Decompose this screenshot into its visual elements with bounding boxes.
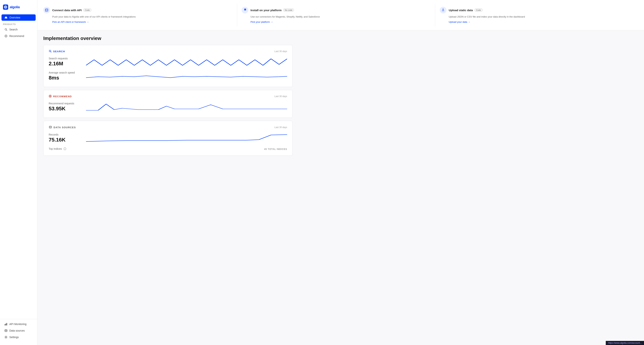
datasources-section-icon (49, 125, 52, 129)
settings-label: Settings (9, 336, 19, 339)
svg-text:i: i (65, 148, 65, 150)
svg-point-3 (6, 36, 6, 37)
sidebar-navigation: Overview PRODUCTS Search Recommend (0, 14, 37, 319)
home-icon (4, 16, 8, 19)
search-period: Last 30 days (274, 50, 287, 53)
main-inner: Implementation overview SEARCH Last 30 d… (37, 36, 298, 165)
install-platform-badge: No code (283, 9, 294, 12)
avg-speed-chart (86, 71, 287, 82)
avg-search-speed-label: Average search speed (49, 71, 86, 74)
bottom-status-bar: https://www.algolia.com/account... (606, 341, 644, 345)
search-nav-icon (4, 28, 8, 31)
upload-data-link[interactable]: Upload your data → (440, 21, 634, 23)
bar-chart-icon (4, 322, 8, 325)
connect-api-title: Connect data with API (52, 9, 82, 12)
datasources-period: Last 30 days (274, 126, 287, 129)
records-value: 75.16K (49, 137, 86, 143)
search-requests-label: Search requests (49, 57, 86, 60)
search-section-name: SEARCH (49, 50, 65, 53)
install-platform-link[interactable]: Pick your platform → (242, 21, 431, 23)
sidebar-item-search[interactable]: Search (2, 26, 36, 33)
svg-point-12 (50, 96, 51, 97)
svg-point-13 (49, 95, 52, 97)
products-section-label: PRODUCTS (0, 21, 37, 26)
svg-point-10 (45, 9, 48, 10)
svg-rect-6 (6, 323, 6, 325)
recommend-nav-label: Recommend (9, 35, 24, 38)
upload-data-badge: Code (474, 9, 483, 12)
sidebar-item-overview[interactable]: Overview (2, 14, 36, 21)
logo: algolia (0, 3, 37, 14)
search-impl-card: SEARCH Last 30 days Search requests 2.16… (43, 45, 292, 87)
install-platform-desc: Use our connectors for Magento, Shopify,… (242, 15, 431, 19)
svg-point-8 (5, 329, 7, 330)
top-indices-label: Top Indices (49, 147, 62, 150)
records-label: Records (49, 133, 86, 136)
connect-api-card: Connect data with API Code Push your dat… (43, 4, 237, 26)
database-icon (4, 329, 8, 332)
puzzle-icon (243, 8, 247, 12)
upload-icon (441, 8, 445, 12)
recommend-requests-chart (86, 102, 287, 113)
svg-point-9 (6, 337, 6, 338)
sidebar-item-recommend[interactable]: Recommend (2, 33, 36, 39)
search-section-icon (49, 50, 52, 53)
install-platform-card: Install on your platform No code Use our… (242, 4, 436, 26)
top-cards-section: Connect data with API Code Push your dat… (37, 0, 644, 30)
upload-data-icon-circle (440, 7, 446, 14)
section-title: Implementation overview (43, 36, 292, 41)
sidebar: algolia Overview PRODUCTS Search (0, 0, 37, 345)
search-requests-value: 2.16M (49, 61, 86, 67)
overview-label: Overview (9, 16, 20, 19)
recommend-section-icon (49, 95, 52, 98)
recommend-impl-card: RECOMMEND Last 30 days Recommend request… (43, 90, 292, 118)
connect-api-desc: Push your data to Algolia with one of ou… (43, 15, 232, 19)
datasources-section-name: Data sources (49, 125, 76, 129)
brand-name: algolia (10, 5, 20, 9)
sidebar-item-settings[interactable]: Settings (2, 334, 36, 340)
install-platform-title: Install on your platform (250, 9, 282, 12)
svg-rect-7 (6, 323, 7, 325)
svg-point-14 (49, 126, 52, 127)
avg-search-speed-value: 8ms (49, 75, 86, 81)
upload-data-title: Upload static data (449, 9, 473, 12)
svg-rect-5 (5, 324, 5, 325)
info-icon: i (64, 147, 66, 151)
gear-icon (4, 336, 8, 339)
recommend-nav-icon (4, 35, 8, 38)
records-chart (86, 133, 287, 144)
search-nav-label: Search (9, 28, 18, 31)
recommend-requests-value: 53.95K (49, 106, 86, 112)
sidebar-item-api-monitoring[interactable]: API Monitoring (2, 321, 36, 327)
install-platform-icon-circle (242, 7, 248, 14)
connect-api-icon-circle (43, 7, 50, 14)
data-sources-label: Data sources (9, 329, 25, 332)
datasources-impl-card: Data sources Last 30 days Records 75.16K… (43, 121, 292, 156)
recommend-section-name: RECOMMEND (49, 95, 72, 98)
database-card-icon (45, 8, 48, 12)
sidebar-bottom: API Monitoring Data sources Settings (0, 319, 37, 342)
recommend-period: Last 30 days (274, 95, 287, 98)
recommend-requests-label: Recommend requests (49, 102, 86, 105)
connect-api-badge: Code (83, 9, 92, 12)
algolia-logo-icon (3, 5, 8, 10)
upload-data-desc: Upload JSON or CSV file and index your d… (440, 15, 634, 19)
connect-api-link[interactable]: Pick an API client or framework → (43, 21, 232, 23)
main-content: Connect data with API Code Push your dat… (37, 0, 644, 345)
upload-data-card: Upload static data Code Upload JSON or C… (440, 4, 638, 26)
status-url: https://www.algolia.com/account... (608, 342, 642, 344)
total-indices-badge: 45 TOTAL INDICES (264, 148, 287, 150)
search-requests-chart (86, 57, 287, 68)
sidebar-item-data-sources[interactable]: Data sources (2, 327, 36, 334)
api-monitoring-label: API Monitoring (9, 322, 26, 325)
